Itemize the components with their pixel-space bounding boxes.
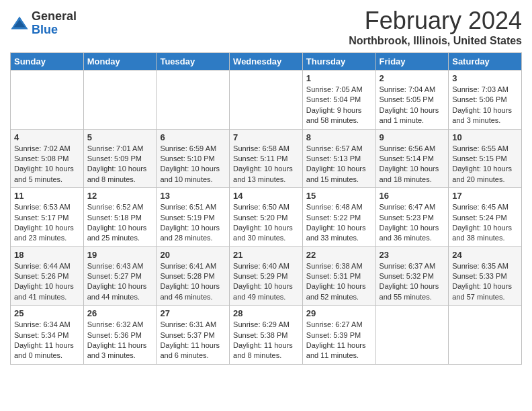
day-number: 18 [14,250,80,260]
week-row-3: 18Sunrise: 6:44 AM Sunset: 5:26 PM Dayli… [11,246,522,306]
day-number: 5 [87,132,153,142]
header-wednesday: Wednesday [230,53,303,71]
calendar-cell: 22Sunrise: 6:38 AM Sunset: 5:31 PM Dayli… [302,246,375,306]
calendar-cell [230,71,303,130]
day-number: 12 [87,191,153,201]
day-number: 25 [14,308,80,318]
calendar-cell: 9Sunrise: 6:56 AM Sunset: 5:14 PM Daylig… [375,129,449,188]
calendar-cell: 1Sunrise: 7:05 AM Sunset: 5:04 PM Daylig… [302,71,375,130]
day-number: 11 [14,191,80,201]
calendar-cell: 29Sunrise: 6:27 AM Sunset: 5:39 PM Dayli… [302,306,375,365]
day-info: Sunrise: 6:55 AM Sunset: 5:15 PM Dayligh… [452,144,518,185]
day-number: 13 [160,191,226,201]
calendar-cell: 12Sunrise: 6:52 AM Sunset: 5:18 PM Dayli… [83,188,157,247]
calendar-body: 1Sunrise: 7:05 AM Sunset: 5:04 PM Daylig… [11,71,522,365]
header-monday: Monday [83,53,157,71]
header-tuesday: Tuesday [157,53,230,71]
day-info: Sunrise: 6:59 AM Sunset: 5:10 PM Dayligh… [160,144,226,185]
calendar-cell: 8Sunrise: 6:57 AM Sunset: 5:13 PM Daylig… [302,129,375,188]
day-number: 17 [452,191,518,201]
day-info: Sunrise: 6:52 AM Sunset: 5:18 PM Dayligh… [87,202,153,244]
day-number: 10 [452,132,518,142]
day-number: 23 [380,250,445,260]
month-title: February 2024 [349,7,522,35]
day-number: 21 [233,250,299,260]
calendar-cell: 18Sunrise: 6:44 AM Sunset: 5:26 PM Dayli… [11,246,84,306]
day-info: Sunrise: 6:48 AM Sunset: 5:22 PM Dayligh… [306,202,372,244]
day-info: Sunrise: 7:04 AM Sunset: 5:05 PM Dayligh… [380,85,445,126]
week-row-0: 1Sunrise: 7:05 AM Sunset: 5:04 PM Daylig… [11,71,522,130]
logo-text: General Blue [32,10,77,37]
day-info: Sunrise: 6:51 AM Sunset: 5:19 PM Dayligh… [160,202,226,244]
calendar-cell: 27Sunrise: 6:31 AM Sunset: 5:37 PM Dayli… [157,306,230,365]
day-info: Sunrise: 6:37 AM Sunset: 5:32 PM Dayligh… [380,261,445,303]
day-number: 6 [160,132,226,142]
day-info: Sunrise: 6:31 AM Sunset: 5:37 PM Dayligh… [160,320,226,361]
calendar-cell: 23Sunrise: 6:37 AM Sunset: 5:32 PM Dayli… [375,246,449,306]
calendar-cell: 17Sunrise: 6:45 AM Sunset: 5:24 PM Dayli… [449,188,522,247]
calendar-cell: 10Sunrise: 6:55 AM Sunset: 5:15 PM Dayli… [449,129,522,188]
calendar-cell [11,71,84,130]
day-number: 14 [233,191,299,201]
day-info: Sunrise: 6:40 AM Sunset: 5:29 PM Dayligh… [233,261,299,303]
day-number: 27 [160,308,226,318]
day-number: 16 [380,191,445,201]
day-info: Sunrise: 6:58 AM Sunset: 5:11 PM Dayligh… [233,144,299,185]
day-info: Sunrise: 6:43 AM Sunset: 5:27 PM Dayligh… [87,261,153,303]
day-info: Sunrise: 7:02 AM Sunset: 5:08 PM Dayligh… [14,144,80,185]
day-info: Sunrise: 6:41 AM Sunset: 5:28 PM Dayligh… [160,261,226,303]
day-number: 22 [306,250,372,260]
calendar-table: SundayMondayTuesdayWednesdayThursdayFrid… [10,52,522,365]
day-number: 1 [306,73,372,83]
day-info: Sunrise: 6:38 AM Sunset: 5:31 PM Dayligh… [306,261,372,303]
day-number: 3 [452,73,518,83]
calendar-cell: 26Sunrise: 6:32 AM Sunset: 5:36 PM Dayli… [83,306,157,365]
day-number: 7 [233,132,299,142]
day-info: Sunrise: 6:29 AM Sunset: 5:38 PM Dayligh… [233,320,299,361]
calendar-cell [449,306,522,365]
day-info: Sunrise: 7:05 AM Sunset: 5:04 PM Dayligh… [306,85,372,126]
day-number: 8 [306,132,372,142]
day-number: 9 [380,132,445,142]
day-info: Sunrise: 6:27 AM Sunset: 5:39 PM Dayligh… [306,320,372,361]
day-info: Sunrise: 6:57 AM Sunset: 5:13 PM Dayligh… [306,144,372,185]
header-row: SundayMondayTuesdayWednesdayThursdayFrid… [11,53,522,71]
day-info: Sunrise: 6:35 AM Sunset: 5:33 PM Dayligh… [452,261,518,303]
calendar-cell: 15Sunrise: 6:48 AM Sunset: 5:22 PM Dayli… [302,188,375,247]
day-number: 29 [306,308,372,318]
calendar-cell: 19Sunrise: 6:43 AM Sunset: 5:27 PM Dayli… [83,246,157,306]
calendar-cell: 16Sunrise: 6:47 AM Sunset: 5:23 PM Dayli… [375,188,449,247]
day-info: Sunrise: 6:44 AM Sunset: 5:26 PM Dayligh… [14,261,80,303]
header-friday: Friday [375,53,449,71]
calendar-cell: 13Sunrise: 6:51 AM Sunset: 5:19 PM Dayli… [157,188,230,247]
calendar-cell: 24Sunrise: 6:35 AM Sunset: 5:33 PM Dayli… [449,246,522,306]
calendar-cell: 5Sunrise: 7:01 AM Sunset: 5:09 PM Daylig… [83,129,157,188]
calendar-cell: 21Sunrise: 6:40 AM Sunset: 5:29 PM Dayli… [230,246,303,306]
location-title: Northbrook, Illinois, United States [349,35,522,47]
week-row-4: 25Sunrise: 6:34 AM Sunset: 5:34 PM Dayli… [11,306,522,365]
logo: General Blue [10,10,77,37]
calendar-cell: 14Sunrise: 6:50 AM Sunset: 5:20 PM Dayli… [230,188,303,247]
logo-general: General [32,10,77,24]
week-row-1: 4Sunrise: 7:02 AM Sunset: 5:08 PM Daylig… [11,129,522,188]
day-number: 4 [14,132,80,142]
calendar-cell: 3Sunrise: 7:03 AM Sunset: 5:06 PM Daylig… [449,71,522,130]
calendar-cell: 2Sunrise: 7:04 AM Sunset: 5:05 PM Daylig… [375,71,449,130]
calendar-cell: 28Sunrise: 6:29 AM Sunset: 5:38 PM Dayli… [230,306,303,365]
page-header: General Blue February 2024 Northbrook, I… [10,7,522,47]
calendar-cell: 25Sunrise: 6:34 AM Sunset: 5:34 PM Dayli… [11,306,84,365]
day-number: 26 [87,308,153,318]
calendar-cell: 11Sunrise: 6:53 AM Sunset: 5:17 PM Dayli… [11,188,84,247]
calendar-cell [83,71,157,130]
day-number: 24 [452,250,518,260]
week-row-2: 11Sunrise: 6:53 AM Sunset: 5:17 PM Dayli… [11,188,522,247]
header-saturday: Saturday [449,53,522,71]
day-number: 28 [233,308,299,318]
logo-icon [10,14,29,33]
day-info: Sunrise: 6:32 AM Sunset: 5:36 PM Dayligh… [87,320,153,361]
day-info: Sunrise: 6:53 AM Sunset: 5:17 PM Dayligh… [14,202,80,244]
calendar-header: SundayMondayTuesdayWednesdayThursdayFrid… [11,53,522,71]
day-number: 15 [306,191,372,201]
day-number: 19 [87,250,153,260]
header-sunday: Sunday [11,53,84,71]
